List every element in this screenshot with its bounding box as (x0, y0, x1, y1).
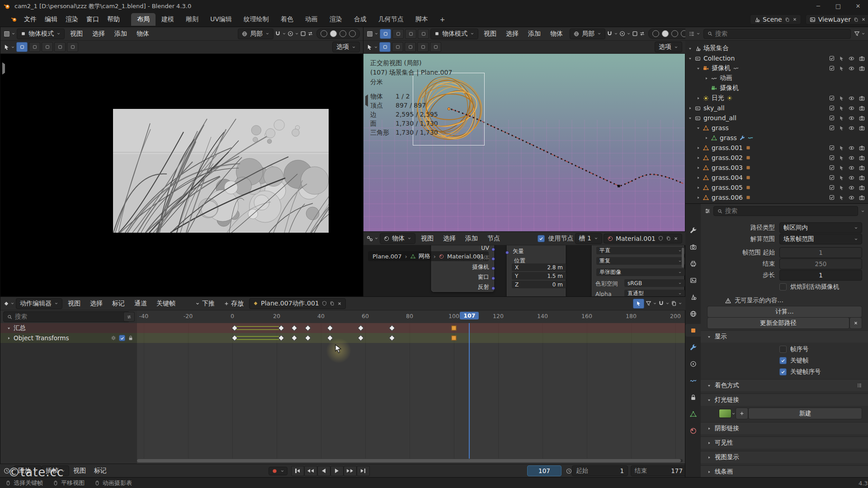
blender-icon[interactable] (4, 16, 11, 23)
cam-icon[interactable] (859, 185, 865, 191)
image-extension-select[interactable]: 重复 (596, 257, 685, 265)
topbar-menu-编辑[interactable]: 编辑 (41, 14, 61, 24)
propcirc-icon[interactable] (619, 31, 625, 37)
copy-icon[interactable] (854, 17, 859, 22)
material-datablock[interactable]: Material.001 (604, 234, 682, 244)
shader-menu-节点[interactable]: 节点 (483, 234, 504, 244)
play-reverse-button[interactable] (317, 466, 330, 476)
frame-end-field[interactable]: 结束177 (631, 465, 687, 476)
checkbox-icon[interactable] (829, 145, 835, 150)
cursor-icon[interactable] (839, 116, 844, 121)
material-shading-icon[interactable] (671, 30, 678, 37)
eye-icon[interactable] (849, 56, 854, 61)
properties-tab-render[interactable] (685, 240, 701, 253)
current-frame-badge[interactable]: 107 (460, 312, 479, 319)
funnel-icon[interactable] (854, 31, 860, 37)
material-slot-select[interactable]: 槽 1 (575, 233, 602, 244)
wireframe-shading-icon[interactable] (652, 30, 659, 37)
front-viewport-select-mode-0[interactable] (380, 29, 391, 39)
funnel-icon[interactable] (646, 300, 651, 306)
copy-icon[interactable] (671, 300, 677, 306)
calculate-button[interactable]: 计算… (707, 306, 862, 318)
eye-icon[interactable] (849, 66, 854, 71)
eye-icon[interactable] (849, 115, 854, 121)
camera-viewport-tool-toggle-0[interactable] (16, 42, 28, 52)
trir-icon[interactable] (696, 196, 700, 200)
cursor-icon[interactable] (839, 106, 844, 111)
chevd-icon[interactable] (280, 469, 284, 473)
trir-icon[interactable] (704, 76, 708, 80)
chevd-icon[interactable] (282, 32, 286, 36)
keyframe-special-f100[interactable] (452, 326, 457, 331)
properties-tab-world[interactable] (685, 307, 701, 320)
panel-着色方式[interactable]: 着色方式 (701, 379, 868, 391)
camera-viewport-sidebar-toggle[interactable] (2, 64, 5, 73)
camera-viewport-tool-toggle-4[interactable] (67, 42, 78, 52)
xm-icon[interactable] (674, 236, 678, 241)
current-frame-field[interactable]: 107 (527, 465, 561, 476)
checkbox-icon[interactable] (829, 165, 835, 170)
magnet-icon[interactable] (607, 31, 613, 37)
xm-icon[interactable] (793, 17, 797, 22)
properties-tab-output[interactable] (685, 257, 701, 270)
front-viewport-tool-toggle-1[interactable] (392, 42, 403, 52)
light-linking-thumbnail[interactable] (719, 409, 731, 418)
chevd-icon[interactable] (374, 45, 378, 49)
trir-icon[interactable] (696, 176, 700, 180)
front-viewport-options-dropdown[interactable]: 选项 (655, 42, 682, 52)
cursor-icon[interactable] (839, 175, 844, 180)
shader-menu-视图[interactable]: 视图 (417, 234, 438, 244)
front-viewport-select-mode-1[interactable] (392, 29, 404, 39)
channel-summary[interactable]: 汇总 (0, 323, 137, 333)
properties-tab-constraints[interactable] (685, 391, 701, 404)
eye-icon[interactable] (849, 105, 854, 111)
chevd-icon[interactable] (11, 45, 15, 49)
chevd-icon[interactable] (696, 32, 700, 36)
eye-icon[interactable] (849, 185, 854, 191)
minimize-button[interactable]: ─ (808, 3, 828, 9)
play-button[interactable] (330, 466, 344, 476)
jump-to-end-button[interactable] (357, 466, 370, 476)
topbar-menu-渲染[interactable]: 渲染 (61, 14, 82, 24)
push-down-button[interactable]: 下推 (191, 299, 219, 309)
copy-icon[interactable] (785, 17, 790, 22)
cursor-icon[interactable] (4, 44, 9, 50)
outliner-row-ground_all-7[interactable]: ground_all (685, 113, 868, 123)
playbar-menu-view[interactable]: 视图 (69, 466, 90, 476)
panel-display[interactable]: 显示 (701, 330, 868, 343)
frame-start-field[interactable]: 1 (779, 247, 862, 258)
list-icon[interactable] (857, 383, 862, 388)
workspace-tab-几何节点[interactable]: 几何节点 (373, 13, 410, 26)
chevd-icon[interactable] (295, 32, 299, 36)
camera-viewport-orientation-select[interactable]: 局部 (238, 28, 274, 39)
display-checkbox-0[interactable]: 帧序号 (779, 345, 809, 353)
next-keyframe-button[interactable] (344, 466, 357, 476)
workspace-tab-着色[interactable]: 着色 (275, 13, 299, 26)
frame-end-field[interactable]: 250 (779, 258, 862, 269)
grid-icon[interactable] (4, 31, 10, 37)
checkbox-icon[interactable] (829, 195, 835, 200)
front-viewport-sidebar-toggle[interactable] (365, 96, 368, 105)
chevd-icon[interactable] (861, 32, 865, 36)
camera-viewport-options-dropdown[interactable]: 选项 (332, 42, 360, 52)
update-all-paths-button[interactable]: 更新全部路径 (707, 317, 849, 329)
workspace-tab-UV编辑[interactable]: UV编辑 (204, 13, 238, 26)
outliner-row-grass.002-11[interactable]: grass.002 (685, 153, 868, 163)
channel-search-input[interactable]: 搜索 (3, 311, 130, 322)
arrows2-icon[interactable] (307, 31, 313, 37)
properties-tab-object-data[interactable] (685, 408, 701, 420)
camera-viewport-menu-添加[interactable]: 添加 (110, 29, 131, 39)
outliner-row-sky_all-6[interactable]: sky_all (685, 103, 868, 113)
trid-icon[interactable] (696, 66, 700, 70)
clear-paths-button[interactable] (849, 317, 862, 329)
front-viewport-menu-添加[interactable]: 添加 (524, 29, 545, 39)
trid-icon[interactable] (7, 326, 11, 330)
chevd-icon[interactable] (614, 32, 618, 36)
display-checkbox-2[interactable]: 关键帧序号 (779, 368, 821, 376)
shader-menu-添加[interactable]: 添加 (461, 234, 482, 244)
front-viewport-orientation-select[interactable]: 局部 (570, 28, 605, 39)
camera-viewport-shading-modes[interactable] (316, 28, 360, 39)
solid-shading-icon[interactable] (330, 30, 337, 37)
playhead-line[interactable] (469, 323, 470, 459)
frame-start-field[interactable]: 起始1 (572, 465, 628, 476)
